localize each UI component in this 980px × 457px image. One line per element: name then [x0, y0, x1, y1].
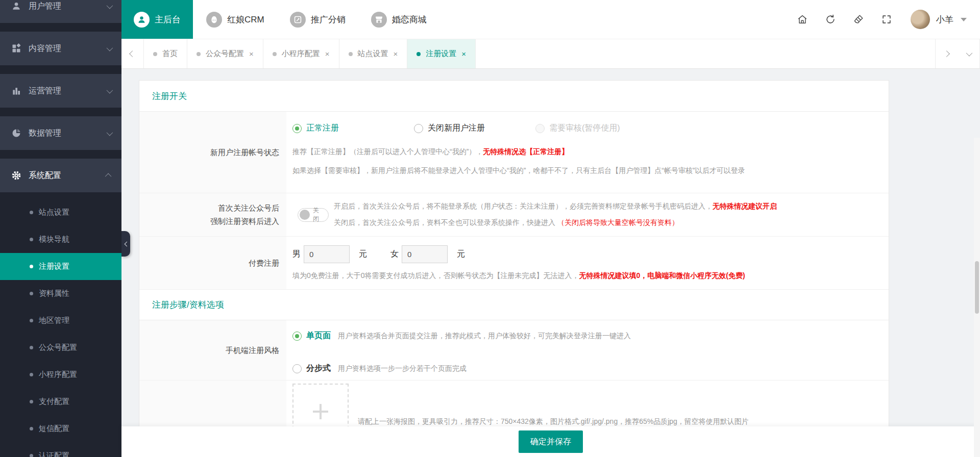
tab-official-account-config[interactable]: 公众号配置 — [187, 39, 263, 68]
sidebar-group-operations[interactable]: 运营管理 — [0, 74, 121, 108]
module-tab-main-admin[interactable]: 主后台 — [121, 0, 193, 39]
scrollbar-track[interactable] — [974, 138, 980, 457]
save-button[interactable]: 确定并保存 — [519, 430, 583, 453]
tab-dot-icon — [416, 52, 421, 56]
tabs-menu-button[interactable] — [958, 39, 980, 68]
force-profile-tips: 开启后，首次关注公众号后，将不能登录系统（用户状态：关注未注册），必须完善资料绑… — [334, 202, 777, 227]
sidebar: 用户管理 内容管理 运营管理 数据管理 — [0, 0, 121, 457]
male-price-input[interactable] — [304, 245, 350, 263]
sidebar-group-label: 用户管理 — [29, 1, 107, 12]
footer-bar: 确定并保存 — [121, 426, 980, 457]
mall-icon — [371, 12, 387, 28]
radio-close-register[interactable]: 关闭新用户注册 — [414, 123, 535, 134]
module-tab-matchmaker-crm[interactable]: 红娘CRM — [194, 0, 277, 39]
fullscreen-icon[interactable] — [881, 14, 892, 25]
sidebar-group-content[interactable]: 内容管理 — [0, 32, 121, 65]
radio-label: 关闭新用户注册 — [428, 123, 485, 134]
option-desc: 用户资料选项合并页面提交注册，推荐此模式，用户体验较好，可完美解决登录注册一键进… — [338, 332, 631, 341]
sidebar-group-label: 数据管理 — [29, 128, 107, 139]
option-desc: 用户资料选项一步一步分若干个页面完成 — [338, 364, 467, 373]
radio-need-review: 需要审核(暂停使用) — [535, 123, 657, 134]
chevron-down-icon — [966, 50, 973, 57]
sidebar-item-region[interactable]: 地区管理 — [0, 307, 121, 334]
paid-register-tip: 填为0免费注册，大于0将需要支付成功后进入，否则帐号状态为【注册未完成】无法进入… — [286, 271, 889, 281]
close-icon[interactable] — [249, 49, 254, 58]
sidebar-item-payment[interactable]: 支付配置 — [0, 388, 121, 415]
plus-icon — [313, 404, 328, 419]
sidebar-group-users[interactable]: 用户管理 — [0, 0, 121, 23]
refresh-icon[interactable] — [825, 14, 836, 25]
close-icon[interactable] — [325, 49, 330, 58]
female-label: 女 — [390, 249, 399, 260]
module-tab-marriage-mall[interactable]: 婚恋商城 — [359, 0, 439, 39]
sidebar-item-register-settings[interactable]: 注册设置 — [0, 253, 121, 280]
tip-text-red: （关闭后将导致大量空帐号没有资料） — [557, 218, 679, 226]
radio-icon — [292, 332, 302, 341]
sidebar-group-data[interactable]: 数据管理 — [0, 116, 121, 150]
bullet-icon — [30, 427, 33, 430]
tab-mini-program-config[interactable]: 小程序配置 — [263, 39, 339, 68]
tab-dot-icon — [197, 52, 201, 56]
module-tab-promotion[interactable]: 推广分销 — [278, 0, 358, 39]
sidebar-item-label: 地区管理 — [39, 316, 69, 325]
chevron-left-icon — [129, 50, 136, 57]
close-icon[interactable] — [461, 49, 466, 58]
matchmaker-icon — [206, 12, 222, 28]
bullet-icon — [30, 238, 33, 241]
chevron-left-icon — [124, 241, 129, 246]
radio-label: 正常注册 — [306, 123, 339, 134]
sidebar-group-system[interactable]: 系统配置 — [0, 159, 121, 192]
tip-text: 关闭后，首次关注公众号后，资料不全也可以登录系统操作，快捷进入 — [334, 218, 557, 226]
tab-register-settings[interactable]: 注册设置 — [407, 39, 476, 68]
sidebar-item-label: 短信配置 — [39, 424, 69, 434]
sidebar-item-profile-attrs[interactable]: 资料属性 — [0, 280, 121, 307]
sidebar-item-label: 注册设置 — [39, 262, 69, 271]
section-title-register-switch: 注册开关 — [139, 81, 889, 112]
unit-label: 元 — [359, 249, 367, 260]
radio-normal-register[interactable]: 正常注册 — [292, 123, 414, 134]
sidebar-item-site-settings[interactable]: 站点设置 — [0, 199, 121, 226]
tabs-scroll-left-button[interactable] — [121, 39, 144, 68]
field-label-line: 首次关注公众号后 — [218, 201, 279, 215]
force-profile-toggle[interactable]: 关闭 — [298, 208, 329, 222]
sidebar-item-auth[interactable]: 认证配置 — [0, 442, 121, 457]
scrollbar-thumb[interactable] — [975, 261, 979, 314]
sidebar-collapse-handle[interactable] — [121, 231, 130, 257]
chevron-down-icon — [107, 44, 113, 51]
module-tab-label: 婚恋商城 — [392, 14, 427, 26]
radio-single-page[interactable]: 单页面 — [292, 331, 331, 341]
sidebar-item-official-account[interactable]: 公众号配置 — [0, 334, 121, 361]
users-icon — [11, 1, 21, 11]
sidebar-group-label: 内容管理 — [29, 43, 107, 54]
field-body: 单页面 用户资料选项合并页面提交注册，推荐此模式，用户体验较好，可完美解决登录注… — [286, 320, 889, 380]
user-avatar[interactable] — [911, 10, 930, 29]
chevron-down-icon — [107, 2, 113, 9]
sidebar-item-module-nav[interactable]: 模块导航 — [0, 226, 121, 253]
sidebar-item-label: 支付配置 — [39, 397, 69, 407]
tab-home[interactable]: 首页 — [144, 39, 187, 68]
chevron-down-icon — [107, 129, 113, 136]
tabs-scroll-right-button[interactable] — [935, 39, 958, 68]
radio-step-by-step[interactable]: 分步式 — [292, 363, 331, 374]
sidebar-groups: 用户管理 内容管理 运营管理 数据管理 — [0, 0, 121, 192]
user-name[interactable]: 小羊 — [936, 14, 953, 26]
caret-down-icon[interactable] — [961, 18, 967, 21]
tab-dot-icon — [273, 52, 277, 56]
sidebar-item-mini-program[interactable]: 小程序配置 — [0, 361, 121, 388]
close-icon[interactable] — [394, 49, 398, 58]
sidebar-item-sms[interactable]: 短信配置 — [0, 415, 121, 442]
sidebar-item-label: 模块导航 — [39, 235, 69, 244]
form-row-register-status: 新用户注册帐号状态 正常注册 关闭新用户注册 需要审核( — [139, 112, 889, 193]
bullet-icon — [30, 346, 33, 349]
style-option-step-by-step: 分步式 用户资料选项一步一步分若干个页面完成 — [286, 363, 889, 374]
module-tab-label: 红娘CRM — [227, 14, 264, 26]
home-icon[interactable] — [797, 14, 808, 25]
paid-register-inputs: 男 元 女 元 — [286, 237, 889, 263]
sidebar-item-label: 站点设置 — [39, 208, 69, 217]
tab-site-settings[interactable]: 站点设置 — [339, 39, 408, 68]
female-price-input[interactable] — [402, 245, 448, 263]
clear-cache-icon[interactable] — [853, 14, 864, 25]
bullet-icon — [30, 292, 33, 295]
form-row-mobile-style: 手机端注册风格 单页面 用户资料选项合并页面提交注册，推荐此模式，用户体验较好，… — [139, 320, 889, 380]
tip-text: 推荐【正常注册】（注册后可以进入个人管理中心“我的”）， — [292, 147, 483, 156]
